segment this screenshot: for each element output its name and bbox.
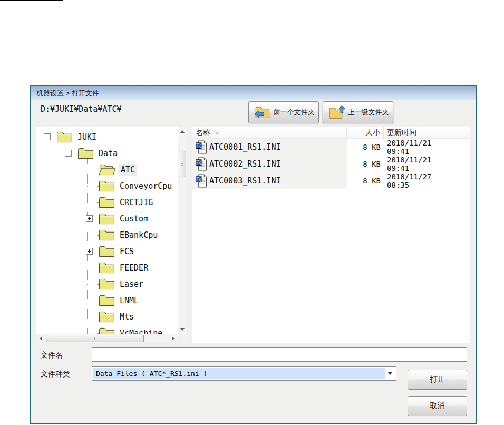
- file-modified: 2018/11/21 09:41: [384, 156, 459, 172]
- tree-stub-line: [87, 186, 99, 187]
- folder-tree: JUKI Data: [36, 127, 178, 334]
- tree-item[interactable]: ConveyorCpu: [36, 178, 178, 194]
- tree-item[interactable]: FEEDER: [36, 259, 178, 276]
- column-header-modified[interactable]: 更新时间: [384, 127, 459, 138]
- arrow-up-icon: [180, 130, 185, 133]
- tree-item-label[interactable]: JUKI: [75, 131, 99, 143]
- tree-item-label[interactable]: CRCTJIG: [118, 197, 155, 208]
- open-button[interactable]: 打开: [408, 370, 467, 390]
- tree-expander-icon[interactable]: [86, 215, 93, 222]
- tree-connector: [81, 325, 99, 334]
- folder-icon: [77, 147, 94, 160]
- previous-folder-label: 前一个文件夹: [274, 108, 315, 117]
- tree-connector: [81, 194, 99, 210]
- tree-expander-icon[interactable]: [44, 133, 51, 140]
- folder-tree-panel: JUKI Data: [36, 127, 187, 343]
- ini-file-icon: [196, 140, 208, 154]
- tree-item[interactable]: Data: [36, 145, 178, 161]
- folder-icon: [99, 311, 115, 323]
- ini-file-icon: [196, 173, 208, 188]
- tree-item-label[interactable]: Custom: [118, 213, 150, 225]
- folder-icon: [99, 262, 115, 274]
- chevron-down-icon: [388, 372, 392, 375]
- file-rows: ATC0001_RS1.INI 8 KB 2018/11/21 09:41: [192, 139, 470, 189]
- column-header-size[interactable]: 大小: [347, 127, 384, 138]
- file-name-cell: ATC0002_RS1.INI: [192, 156, 347, 172]
- vertical-scroll-thumb[interactable]: [179, 151, 186, 177]
- file-size: 8 KB: [347, 156, 384, 172]
- tree-stub-line: [87, 170, 99, 170]
- scroll-down-button[interactable]: [178, 325, 187, 334]
- file-name: ATC0002_RS1.INI: [209, 159, 280, 169]
- tree-item-label[interactable]: FCS: [118, 246, 136, 257]
- tree-stub-line: [87, 235, 99, 236]
- column-size-label: 大小: [365, 128, 380, 138]
- cancel-button[interactable]: 取消: [408, 396, 467, 416]
- tree-item-label[interactable]: Data: [96, 148, 120, 159]
- tree-connector: [81, 161, 99, 178]
- tree-connector: [81, 259, 99, 276]
- tree-item[interactable]: ATC: [36, 161, 178, 178]
- filetype-dropdown-button[interactable]: [385, 368, 395, 379]
- filetype-select[interactable]: Data Files ( ATC*_RS1.ini ): [92, 366, 396, 381]
- tree-connector: [60, 145, 77, 161]
- tree-item[interactable]: Mts: [36, 308, 178, 325]
- file-name: ATC0003_RS1.INI: [209, 176, 280, 186]
- tree-vertical-scrollbar[interactable]: [178, 127, 187, 334]
- column-modified-label: 更新时间: [387, 128, 416, 138]
- scroll-left-button[interactable]: [36, 334, 45, 343]
- folder-icon: [99, 229, 115, 242]
- tree-expander-icon[interactable]: [86, 248, 93, 255]
- screenshot-artifact-line: [0, 0, 63, 1]
- file-modified: 2018/11/27 08:35: [384, 172, 459, 189]
- folder-icon: [99, 213, 115, 225]
- scroll-up-button[interactable]: [178, 127, 187, 136]
- tree-item[interactable]: EBankCpu: [36, 227, 178, 243]
- filetype-label: 文件种类: [41, 370, 70, 379]
- tree-item[interactable]: Laser: [36, 276, 178, 292]
- horizontal-scroll-thumb[interactable]: [46, 335, 144, 342]
- tree-horizontal-scrollbar[interactable]: [36, 334, 178, 343]
- tree-item[interactable]: VcMachine: [36, 325, 178, 334]
- sort-ascending-icon: ▲: [215, 130, 220, 136]
- folder-back-icon: [253, 104, 271, 120]
- tree-item[interactable]: CRCTJIG: [36, 194, 178, 210]
- filetype-value: Data Files ( ATC*_RS1.ini ): [93, 368, 385, 379]
- tree-connector: [81, 210, 99, 227]
- tree-items: JUKI Data: [36, 129, 178, 334]
- tree-stub-line: [87, 301, 99, 301]
- column-name-label: 名称: [196, 128, 210, 138]
- tree-item-label[interactable]: ATC: [119, 164, 137, 176]
- up-folder-button[interactable]: 上一级文件夹: [323, 101, 393, 123]
- folder-icon: [56, 131, 73, 143]
- folder-icon: [99, 294, 115, 307]
- tree-item[interactable]: LNML: [36, 292, 178, 308]
- tree-item-label[interactable]: LNML: [118, 295, 141, 306]
- tree-item[interactable]: Custom: [36, 210, 178, 227]
- tree-item-label[interactable]: VcMachine: [118, 327, 164, 334]
- file-size: 8 KB: [347, 172, 384, 189]
- tree-expander-icon[interactable]: [65, 150, 72, 157]
- filename-input[interactable]: [92, 347, 467, 362]
- tree-item-label[interactable]: FEEDER: [118, 262, 150, 274]
- tree-item[interactable]: FCS: [36, 243, 178, 259]
- tree-stub-line: [87, 202, 99, 203]
- column-header-name[interactable]: 名称 ▲: [192, 127, 347, 138]
- tree-stub-line: [87, 317, 99, 317]
- tree-item-label[interactable]: EBankCpu: [118, 229, 160, 241]
- tree-item-label[interactable]: Laser: [118, 278, 146, 290]
- tree-connector: [81, 292, 99, 308]
- tree-stub-line: [87, 284, 99, 285]
- scroll-right-button[interactable]: [169, 334, 178, 343]
- file-name: ATC0001_RS1.INI: [209, 142, 280, 152]
- tree-item-label[interactable]: Mts: [118, 311, 136, 323]
- previous-folder-button[interactable]: 前一个文件夹: [248, 101, 319, 123]
- dialog-title: 机器设置 > 打开文件: [36, 89, 99, 98]
- file-row[interactable]: ATC0003_RS1.INI 8 KB 2018/11/27 08:35: [192, 172, 470, 189]
- file-row[interactable]: ATC0002_RS1.INI 8 KB 2018/11/21 09:41: [192, 156, 470, 172]
- folder-icon: [99, 327, 115, 334]
- tree-item[interactable]: JUKI: [36, 129, 178, 145]
- file-size: 8 KB: [347, 139, 384, 156]
- file-row[interactable]: ATC0001_RS1.INI 8 KB 2018/11/21 09:41: [192, 139, 470, 156]
- tree-item-label[interactable]: ConveyorCpu: [118, 180, 174, 192]
